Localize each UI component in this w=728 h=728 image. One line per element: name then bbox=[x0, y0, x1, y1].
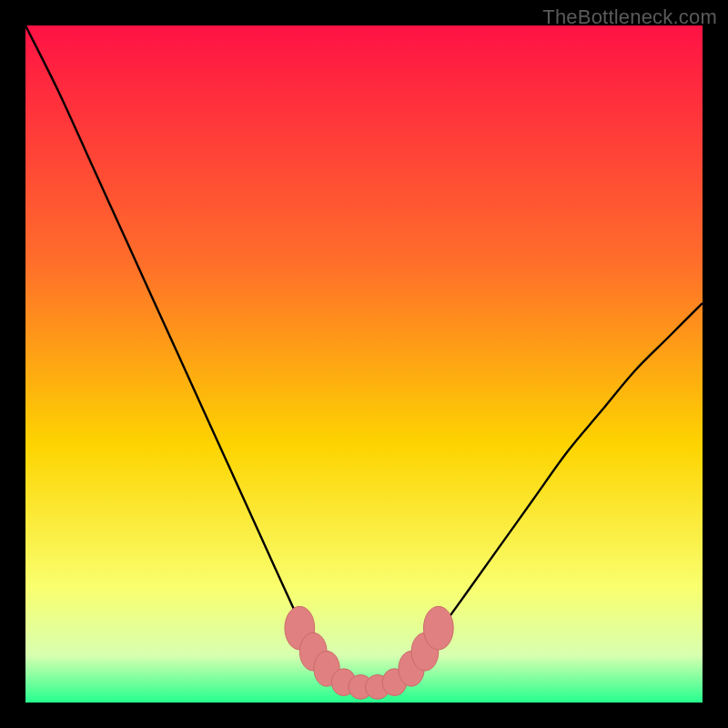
watermark-text: TheBottleneck.com bbox=[542, 5, 717, 29]
valley-marker bbox=[423, 606, 453, 650]
chart-frame: TheBottleneck.com bbox=[0, 0, 728, 728]
plot-area bbox=[25, 25, 703, 703]
gradient-background bbox=[25, 25, 703, 703]
bottleneck-chart bbox=[25, 25, 703, 703]
